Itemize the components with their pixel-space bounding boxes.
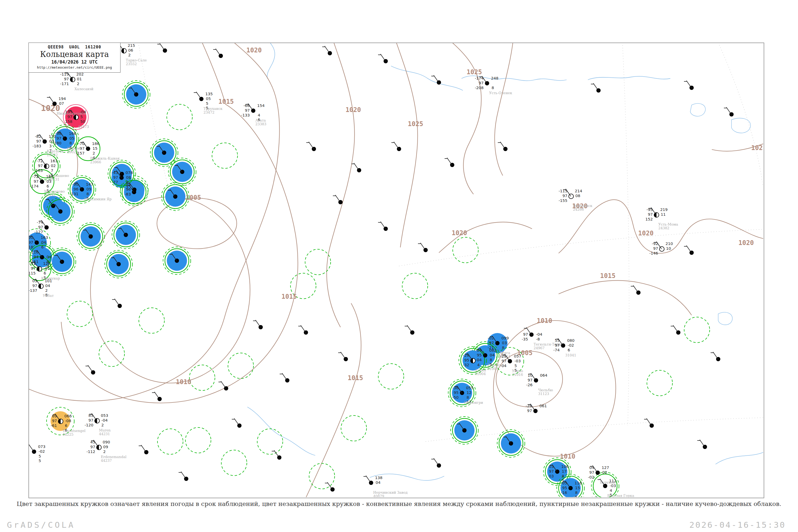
station-value-bl: -146 xyxy=(649,251,658,255)
cb-cloud-dashed-ring xyxy=(402,273,428,299)
station-value-l: 96 xyxy=(74,187,78,191)
station-value-tr: 090 xyxy=(103,440,110,444)
station-value-tl: -04 xyxy=(475,348,482,353)
cb-cloud-dashed-ring xyxy=(67,301,93,327)
station-value-tr: 073 xyxy=(38,445,45,449)
station-value-r: 04 xyxy=(41,241,46,244)
wind-barb-tick xyxy=(83,230,86,230)
station-value-l: 95 xyxy=(562,486,567,490)
station-value-bl: -115 xyxy=(29,271,36,275)
cb-cloud-dashed-ring xyxy=(228,353,253,379)
station-value-tr: 112 xyxy=(609,479,616,483)
station-value-bl: -61 xyxy=(51,424,57,428)
cb-cloud-dashed-ring xyxy=(305,249,331,275)
station-value-r: 15 xyxy=(575,486,580,490)
station-value-tl: -116 xyxy=(30,250,39,254)
station-value-r: 10 xyxy=(666,247,671,251)
isobar-value-label: 1025 xyxy=(467,68,482,76)
station-value-r: 15 xyxy=(93,147,97,151)
station-value-tl: -02 xyxy=(488,336,494,340)
station-value-tl: -66 xyxy=(243,104,250,108)
station-value-tl: 45 xyxy=(91,440,95,444)
station-value-r: 04 xyxy=(45,284,50,288)
station-value-r: 08 xyxy=(126,175,131,179)
station-value-bl: -120 xyxy=(84,423,93,427)
isobar-value-label: 1005 xyxy=(186,194,201,201)
station-value-l: 97 xyxy=(31,267,36,270)
station-value-l: 97 xyxy=(245,109,250,113)
station-value-bl: -180 xyxy=(53,141,61,145)
station-value-r: -02 xyxy=(568,343,574,347)
river-line xyxy=(690,103,705,116)
station-name-label: Туруханск23472 xyxy=(204,107,222,114)
station-name-label: Нерюнгри xyxy=(464,401,483,404)
station-value-tl: 10 xyxy=(528,374,533,377)
station-value-tl: -90 xyxy=(72,183,78,187)
station-name-label: Tosontsengel44225 xyxy=(62,429,86,437)
isobar-value-label: 1010 xyxy=(560,453,575,460)
station-value-br: 50 xyxy=(80,120,85,124)
station-name-label: Нижневартовск xyxy=(57,112,86,115)
isobar-value-label: 1010 xyxy=(176,378,191,386)
station-value-tr: 163 xyxy=(41,236,48,240)
cb-cloud-dashed-ring xyxy=(684,317,710,343)
station-name-label: Усть-Мома24382 xyxy=(658,223,678,230)
station-value-tl: -74 xyxy=(37,221,43,225)
station-name-label: Весёлая Горка31418 xyxy=(607,494,634,497)
station-value-r: 02 xyxy=(602,471,607,475)
station-value-br: 8 xyxy=(490,358,492,362)
station-value-tl: -72 xyxy=(36,159,43,163)
station-value-br: 5 xyxy=(39,454,41,458)
station-value-bl: 152 xyxy=(645,217,653,221)
station-value-r: 06 xyxy=(128,49,133,52)
station-value-tr: 126 xyxy=(43,262,51,266)
station-value-l: 97 xyxy=(38,164,43,168)
source-url: http://meteocenter.net/circ/UEEE.png xyxy=(29,65,120,70)
station-value-l: 97 xyxy=(68,115,72,119)
wind-barb-tick xyxy=(333,195,336,196)
station-name-label: Каргасок29122 xyxy=(47,150,64,157)
station-name-label: Muren44231 xyxy=(99,429,111,436)
wind-barb-tick xyxy=(168,190,170,190)
station-value-br: 8 xyxy=(492,86,494,90)
wind-barb-tick xyxy=(444,158,447,159)
station-value-tr: 127 xyxy=(602,466,609,470)
station-value-tr: 057 xyxy=(514,354,521,358)
station-value-r: -04 xyxy=(101,418,108,422)
station-value-br: 2 xyxy=(77,82,79,86)
station-value-tr: 166 xyxy=(69,132,76,136)
station-value-tr: 147 xyxy=(86,183,93,187)
station-value-tr: 135 xyxy=(205,92,213,96)
cb-cloud-dashed-ring xyxy=(212,143,238,168)
cb-cloud-dashed-ring xyxy=(185,428,211,453)
station-value-tr: 055 xyxy=(466,386,474,390)
station-value-l: 97 xyxy=(91,445,95,449)
station-value-br: 6 xyxy=(568,348,570,352)
station-name-label: Erdenemandal44237 xyxy=(101,455,126,462)
station-value-l: 97 xyxy=(502,359,507,363)
station-value-bl: -50 xyxy=(452,396,459,400)
station-value-br: 6 xyxy=(65,424,67,428)
cb-cloud-dashed-ring xyxy=(221,450,247,476)
station-value-tr: 210 xyxy=(666,242,673,246)
wind-barb-tick xyxy=(322,46,325,47)
station-value-br: 3 xyxy=(49,144,52,148)
cb-cloud-dashed-ring xyxy=(157,429,183,454)
isobar-line xyxy=(306,303,361,497)
station-value-l: 97 xyxy=(64,77,69,81)
isobar-value-label: 1020 xyxy=(246,46,262,54)
station-value-tr: 194 xyxy=(58,97,66,101)
station-value-tl: -05 xyxy=(561,481,567,485)
station-value-bl: -183 xyxy=(33,144,41,148)
station-value-r: -03 xyxy=(514,359,521,363)
wind-barb-tick xyxy=(47,97,50,98)
map-title: Кольцевая карта xyxy=(29,50,120,59)
station-value-r: -08 xyxy=(65,419,71,423)
wind-barb-tick xyxy=(232,419,234,419)
station-value-l: 97 xyxy=(555,343,560,347)
station-value-l: 97 xyxy=(523,332,528,337)
station-value-bl: 158 xyxy=(65,120,72,124)
station-value-bl: -04 xyxy=(500,364,507,368)
station-name-label: Максимкин Яр xyxy=(84,197,112,201)
station-value-tr: 214 xyxy=(575,189,582,193)
